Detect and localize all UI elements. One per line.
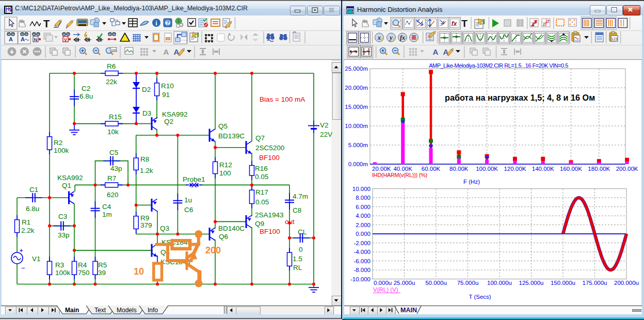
svg-text:R4: R4 — [78, 261, 87, 269]
svg-text:123: 123 — [611, 37, 618, 41]
svg-text:R15: R15 — [109, 113, 122, 121]
svg-text:0.05: 0.05 — [255, 198, 269, 206]
svg-text:22V: 22V — [320, 131, 332, 138]
svg-text:4.000: 4.000 — [356, 213, 371, 219]
svg-text:KSA992: KSA992 — [162, 110, 188, 118]
svg-text:V2: V2 — [320, 121, 329, 129]
svg-text:C1: C1 — [29, 186, 38, 194]
svg-text:AMP_Like-Melodiya-103M2.CIR RL: AMP_Like-Melodiya-103M2.CIR RL=1.5...16 … — [429, 62, 568, 69]
svg-text:R12: R12 — [219, 161, 232, 169]
svg-text:20.000m: 20.000m — [345, 85, 368, 91]
svg-text:150.000u: 150.000u — [551, 280, 575, 286]
svg-text:IHD(HARM(v(RL))) (%): IHD(HARM(v(RL))) (%) — [372, 172, 427, 178]
svg-text:33p: 33p — [58, 231, 70, 239]
svg-text:A: A — [164, 47, 169, 56]
svg-text:25.000u: 25.000u — [394, 280, 415, 286]
svg-text:80.00K: 80.00K — [449, 166, 469, 172]
svg-text:R1: R1 — [22, 218, 30, 226]
svg-text:Q3: Q3 — [160, 225, 169, 232]
svg-text:R2: R2 — [54, 139, 62, 147]
svg-text:620: 620 — [107, 191, 119, 199]
svg-text:39: 39 — [98, 269, 106, 277]
svg-text:6.8u: 6.8u — [26, 205, 39, 213]
svg-text:R3: R3 — [55, 261, 64, 269]
svg-text:379: 379 — [140, 221, 152, 229]
svg-text:V(RL) (V): V(RL) (V) — [373, 286, 398, 293]
svg-text:BD139C: BD139C — [218, 132, 245, 140]
svg-text:120.00K: 120.00K — [504, 166, 526, 172]
svg-text:10: 10 — [134, 266, 144, 277]
svg-text:C6: C6 — [184, 206, 193, 214]
svg-text:-10.000: -10.000 — [350, 276, 371, 282]
svg-text:175.000u: 175.000u — [583, 280, 607, 286]
svg-text:8.000: 8.000 — [356, 195, 371, 201]
svg-text:-6.000: -6.000 — [353, 258, 371, 264]
svg-text:10k: 10k — [107, 128, 119, 136]
svg-text:C8: C8 — [293, 206, 301, 214]
svg-text:fx: fx — [452, 20, 458, 27]
svg-text:+: + — [20, 247, 23, 253]
svg-text:6.000: 6.000 — [356, 204, 371, 210]
svg-text:Q5: Q5 — [218, 122, 228, 130]
svg-text:75.000u: 75.000u — [457, 280, 479, 286]
svg-text:Q6: Q6 — [219, 233, 228, 241]
svg-text:125.000u: 125.000u — [519, 280, 544, 286]
svg-text:Q2: Q2 — [164, 118, 173, 125]
svg-text:0.05: 0.05 — [255, 173, 268, 181]
svg-text:140.00K: 140.00K — [532, 166, 554, 172]
svg-text:CL: CL — [298, 228, 307, 236]
svg-text:6.8u: 6.8u — [79, 92, 93, 100]
svg-text:V1: V1 — [32, 255, 41, 263]
svg-text:y: y — [389, 34, 393, 41]
svg-text:10.000m: 10.000m — [345, 123, 368, 129]
svg-text:2.000: 2.000 — [356, 222, 371, 228]
svg-text:22k: 22k — [106, 78, 117, 86]
svg-text:-4.000: -4.000 — [353, 249, 371, 255]
svg-text:R6: R6 — [107, 62, 116, 70]
svg-text:0.000u: 0.000u — [374, 280, 392, 286]
svg-text:0.000: 0.000 — [356, 231, 371, 237]
svg-text:N: N — [34, 37, 38, 42]
svg-text:2SA1943: 2SA1943 — [255, 211, 284, 219]
svg-text:750: 750 — [78, 269, 90, 277]
svg-text:50.000u: 50.000u — [425, 280, 447, 286]
svg-text:out: out — [285, 218, 295, 226]
svg-text:40.00K: 40.00K — [393, 166, 412, 172]
svg-text:25.000m: 25.000m — [345, 66, 368, 72]
svg-text:R7: R7 — [107, 174, 116, 182]
svg-text:T: T — [461, 18, 468, 29]
svg-text:Probe1: Probe1 — [183, 175, 205, 183]
svg-text:BF100: BF100 — [259, 154, 280, 162]
svg-text:Bias = 100 mA: Bias = 100 mA — [260, 95, 305, 103]
svg-text:100.00K: 100.00K — [476, 166, 498, 172]
svg-text:15.000m: 15.000m — [345, 104, 368, 110]
svg-text:BD140C: BD140C — [218, 225, 245, 232]
svg-text:5.000m: 5.000m — [348, 142, 368, 148]
svg-text:200.00K: 200.00K — [616, 166, 638, 172]
svg-text:D2: D2 — [142, 86, 151, 93]
svg-text:100.000u: 100.000u — [487, 280, 512, 286]
svg-text:R10: R10 — [161, 82, 174, 90]
svg-text:T: T — [43, 18, 50, 29]
svg-text:V: V — [64, 37, 68, 42]
svg-text:?: ? — [166, 20, 169, 26]
svg-text:2SC5200: 2SC5200 — [255, 144, 284, 152]
svg-text:4.7m: 4.7m — [293, 193, 308, 200]
svg-text:200.000u: 200.000u — [614, 280, 639, 286]
svg-text:x: x — [377, 34, 381, 41]
svg-text:F (Hz): F (Hz) — [463, 179, 480, 185]
svg-text:R9: R9 — [140, 214, 149, 222]
svg-text:43p: 43p — [110, 165, 122, 172]
svg-text:-8.000: -8.000 — [353, 267, 371, 273]
svg-text:A: A — [9, 36, 13, 42]
svg-text:2.2k: 2.2k — [21, 227, 35, 234]
svg-text:C3: C3 — [58, 213, 67, 220]
svg-text:−: − — [21, 264, 25, 272]
svg-text:C4: C4 — [102, 203, 111, 211]
svg-text:180.00K: 180.00K — [588, 166, 610, 172]
svg-text:A: A — [433, 47, 439, 56]
svg-text:BF100: BF100 — [260, 228, 280, 235]
svg-text:100: 100 — [111, 49, 117, 52]
svg-text:10.000: 10.000 — [352, 186, 371, 192]
svg-text:RL: RL — [293, 264, 302, 271]
